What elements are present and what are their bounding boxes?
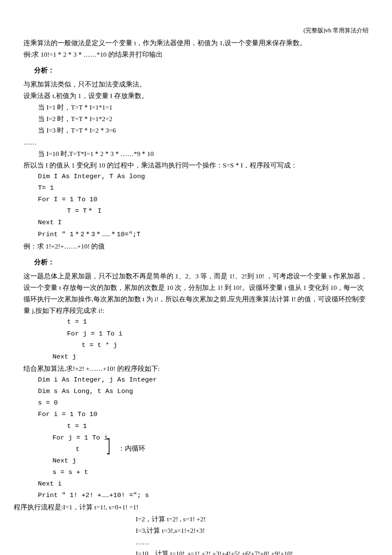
s1-step10: 当 I=10 时,T=T*I=1＊2＊3＊……*9＊10: [23, 148, 369, 159]
s2-codeb2: Dim s As Long, t As Long: [23, 386, 369, 397]
s1-step1: 当 I=1 时，T=T＊I=1*1=1: [23, 101, 369, 113]
s2-codeb9: s = s + t: [23, 467, 369, 478]
s1-code3: For I = 1 To 10: [23, 194, 369, 205]
s1-code2: T= 1: [23, 182, 369, 194]
analysis-heading-1: 分析：: [23, 64, 369, 76]
page-header: (完整版)vb 常用算法介绍: [23, 26, 369, 36]
s1-code6: Print " 1＊2＊3＊……＊10=";T: [23, 229, 369, 240]
s1-dots: ……: [23, 136, 369, 148]
s2-codeb7: t: [52, 444, 108, 455]
analysis-heading-2: 分析：: [23, 256, 369, 268]
s2-codeb4: For i = 1 To 10: [23, 409, 369, 420]
s2-flow1: 程序执行流程是:I=1，计算 t=1!, s=0+1! =1!: [14, 501, 369, 513]
s2-codeb3: s = 0: [23, 397, 369, 409]
s2-codeb6: For j = 1 To i: [52, 432, 108, 444]
s1-code5: Next I: [23, 217, 369, 228]
s2-codeb5: t = 1: [23, 421, 369, 432]
s1-code4: T = T＊ I: [23, 205, 369, 217]
s1-code1: Dim I As Integer, T As long: [23, 171, 369, 182]
s1-line2: 设乘法器 t,初值为 1，设变量 I 存放乘数。: [23, 90, 369, 101]
intro-line1: 连乘算法的一般做法是定义一个变量 t，作为乘法器使用，初值为 1,设一个变量用来…: [23, 37, 369, 49]
s1-line4: 例：求 1!+2!+……+10! 的值: [23, 240, 369, 252]
bracket-annotation: ] ：内循环: [104, 443, 145, 455]
s2-codeb8: Next j: [52, 455, 108, 467]
s1-step2: 当 I=2 时，T=T＊I=1*2=2: [23, 113, 369, 124]
s1-line3: 所以当 I 的值从 1 变化到 10 的过程中，乘法器均执行同一个操作：S=S＊…: [23, 159, 369, 171]
s2-code2: For j = 1 To i: [23, 328, 369, 340]
s2-codeb10: Next i: [23, 478, 369, 490]
s2-code3: t = t * j: [23, 340, 369, 351]
intro-line2: 例:求 10!=1＊2＊3＊……*10 的结果并打印输出: [23, 49, 369, 60]
s2-codeb11: Print " 1! +2! +……+10! ="; s: [23, 490, 369, 501]
s2-flow4: ……: [23, 536, 369, 548]
s1-line1: 与累加算法类似，只不过加法变成乘法。: [23, 78, 369, 90]
s2-codeb1: Dim i As Integer, j As Integer: [23, 374, 369, 386]
bracket-icon: ]: [106, 442, 111, 451]
s2-code4: Next j: [23, 351, 369, 363]
bracket-label: ：内循环: [118, 445, 145, 453]
s1-step3: 当 I=3 时，T=T＊I=2＊3=6: [23, 124, 369, 136]
s2-flow3: I=3,计算 t=3!,s=1!+2!+3!: [23, 525, 369, 536]
s2-code1: t = 1: [23, 316, 369, 328]
s2-flow5: I=10，计算 t=10! ,s=1! +2! +3!+4!+5! +6!+7!…: [23, 548, 369, 555]
s2-line2: 结合累加算法,求!+2! +……+10! 的程序段如下:: [23, 363, 369, 374]
s2-para: 这一题总体上是累加题，只不过加数不再是简单的 1、2、3 等，而是 1!、2!到…: [23, 270, 369, 317]
inner-loop-block: For j = 1 To i t Next j ] ：内循环: [23, 432, 108, 467]
s2-flow2: I=2，计算 t=2! , s=1! +2!: [23, 513, 369, 525]
